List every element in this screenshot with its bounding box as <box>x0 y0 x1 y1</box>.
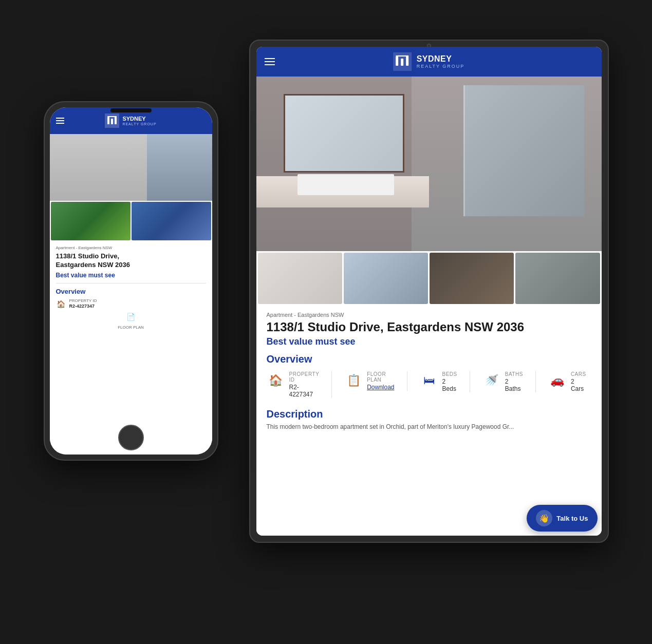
tablet-baths-value: 2 Baths <box>505 378 523 392</box>
talk-to-us-button[interactable]: 👋 Talk to Us <box>527 505 597 532</box>
bathroom-mirror <box>284 94 404 173</box>
svg-rect-2 <box>115 116 117 124</box>
tablet-thumb-1[interactable] <box>258 253 342 304</box>
tablet-specs-row: 🏠 PROPERTY ID R2-4227347 📋 FLOOR PLAN <box>267 371 591 398</box>
phone-main-image <box>50 134 212 201</box>
svg-rect-5 <box>401 59 403 66</box>
svg-rect-7 <box>396 55 408 56</box>
tablet-home-icon: 🏠 <box>267 371 285 390</box>
phone-brand-sub: REALTY GROUP <box>122 122 156 126</box>
tablet-device: SYDNEY REALTY GROUP <box>249 40 609 543</box>
phone-spec-property-id: 🏠 PROPERTY ID R2-4227347 <box>56 298 206 310</box>
phone-tagline: Best value must see <box>56 272 206 279</box>
phone-thumb-1[interactable] <box>51 202 131 240</box>
tablet-menu-icon[interactable] <box>265 58 275 65</box>
kitchen-photo <box>50 134 212 201</box>
tablet-baths-icon: 🚿 <box>482 371 501 390</box>
tablet-cars-value: 2 Cars <box>571 378 586 392</box>
svg-rect-0 <box>107 117 109 124</box>
svg-rect-4 <box>396 56 398 66</box>
tablet-screen: SYDNEY REALTY GROUP <box>256 47 602 536</box>
phone-spec-floor-plan: 📄 FLOOR PLAN <box>56 312 206 330</box>
tablet-thumb-3[interactable] <box>430 253 514 304</box>
phone-notch <box>110 108 152 112</box>
phone-thumbnail-row <box>50 201 212 241</box>
svg-rect-6 <box>406 55 408 66</box>
tablet-property-info: Apartment - Eastgardens NSW 1138/1 Studi… <box>256 306 602 404</box>
phone-floor-plan-text: FLOOR PLAN <box>118 325 144 330</box>
tablet-thumbnail-row <box>256 251 602 306</box>
tablet-spec-beds: 🛏 BEDS 2 Beds <box>420 371 470 392</box>
tablet-spec-baths: 🚿 BATHS 2 Baths <box>482 371 536 392</box>
tablet-thumb-2[interactable] <box>344 253 428 304</box>
tablet-logo-svg <box>395 54 410 69</box>
tablet-baths-info: BATHS 2 Baths <box>505 371 523 392</box>
phone-logo: SYDNEY REALTY GROUP <box>105 113 156 128</box>
svg-rect-1 <box>111 119 113 124</box>
phone-device: SYDNEY REALTY GROUP Apartment - Eastgard… <box>44 101 218 461</box>
tablet-floor-plan-label: FLOOR PLAN <box>367 371 394 383</box>
phone-content: Apartment - Eastgardens NSW 1138/1 Studi… <box>50 134 212 454</box>
tablet-beds-info: BEDS 2 Beds <box>442 371 457 392</box>
phone-home-icon: 🏠 <box>56 299 66 309</box>
bathroom-photo <box>256 77 602 251</box>
tablet-beds-icon: 🛏 <box>420 371 438 390</box>
tablet-thumb-4[interactable] <box>515 253 600 304</box>
phone-menu-icon[interactable] <box>56 118 64 124</box>
scene: SYDNEY REALTY GROUP Apartment - Eastgard… <box>44 40 609 604</box>
phone-divider <box>56 283 206 283</box>
phone-property-id-text: PROPERTY ID R2-4227347 <box>69 298 97 310</box>
svg-rect-3 <box>107 116 117 117</box>
tablet-content: Apartment - Eastgardens NSW 1138/1 Studi… <box>256 77 602 536</box>
tablet-address: 1138/1 Studio Drive, Eastgardens NSW 203… <box>267 320 591 334</box>
tablet-spec-property-id: 🏠 PROPERTY ID R2-4227347 <box>267 371 332 398</box>
phone-home-button[interactable] <box>118 425 144 450</box>
tablet-property-type: Apartment - Eastgardens NSW <box>267 312 591 318</box>
wave-icon: 👋 <box>536 510 552 526</box>
phone-overview-title: Overview <box>56 288 206 295</box>
phone-address: 1138/1 Studio Drive,Eastgardens NSW 2036 <box>56 252 206 270</box>
tablet-beds-value: 2 Beds <box>442 378 457 392</box>
tablet-description-title: Description <box>256 404 602 422</box>
bathroom-shower <box>463 85 584 216</box>
tablet-floor-plan-value: Download <box>367 384 394 391</box>
tablet-overview-title: Overview <box>267 353 591 365</box>
tablet-spec-floor-plan: 📋 FLOOR PLAN Download <box>344 371 407 391</box>
phone-floor-plan-icon: 📄 <box>126 312 136 322</box>
tablet-brand-text: SYDNEY REALTY GROUP <box>417 54 465 69</box>
tablet-floor-plan-icon: 📋 <box>344 371 363 390</box>
tablet-logo-icon <box>393 52 412 71</box>
tablet-spec-cars: 🚗 CARS 2 Cars <box>548 371 599 392</box>
tablet-property-id-value: R2-4227347 <box>289 384 320 398</box>
tablet-header: SYDNEY REALTY GROUP <box>256 47 602 77</box>
phone-property-info: Apartment - Eastgardens NSW 1138/1 Studi… <box>50 241 212 454</box>
phone-thumb-2[interactable] <box>132 202 211 240</box>
tablet-logo: SYDNEY REALTY GROUP <box>393 52 465 71</box>
tablet-main-image <box>256 77 602 251</box>
phone-screen: SYDNEY REALTY GROUP Apartment - Eastgard… <box>50 107 212 454</box>
tablet-description-text: This modern two-bedroom apartment set in… <box>256 422 602 431</box>
phone-logo-icon <box>105 113 119 128</box>
sydney-logo-svg <box>106 115 118 126</box>
tablet-floor-plan-info: FLOOR PLAN Download <box>367 371 394 391</box>
tablet-cars-info: CARS 2 Cars <box>571 371 586 392</box>
tablet-beds-label: BEDS <box>442 371 457 377</box>
tablet-property-id-label: PROPERTY ID <box>289 371 320 383</box>
tablet-brand-sub: REALTY GROUP <box>417 64 465 69</box>
tablet-brand-name: SYDNEY <box>417 54 465 64</box>
tablet-floor-plan-download[interactable]: Download <box>367 384 394 391</box>
phone-property-type: Apartment - Eastgardens NSW <box>56 245 206 250</box>
tablet-baths-label: BATHS <box>505 371 523 377</box>
tablet-tagline: Best value must see <box>267 336 591 347</box>
tablet-cars-label: CARS <box>571 371 586 377</box>
talk-to-us-label: Talk to Us <box>556 515 588 522</box>
phone-brand-name: SYDNEY <box>122 116 156 122</box>
bathroom-sink <box>297 174 394 195</box>
tablet-cars-icon: 🚗 <box>548 371 567 390</box>
phone-brand-text: SYDNEY REALTY GROUP <box>122 116 156 126</box>
tablet-property-id-info: PROPERTY ID R2-4227347 <box>289 371 320 398</box>
